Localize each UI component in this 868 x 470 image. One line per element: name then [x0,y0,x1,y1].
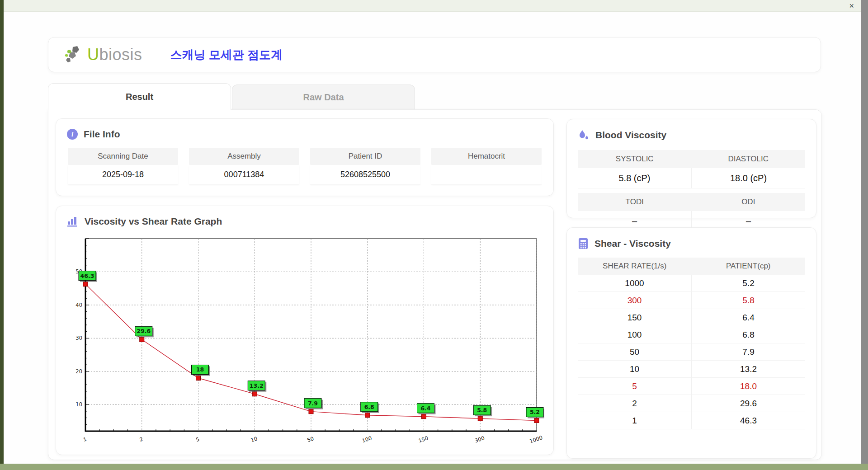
patient-cell: 6.8 [692,326,805,343]
systolic-value: 5.8 (cP) [578,168,692,188]
bv-value-row: 5.8 (cP) 18.0 (cP) [578,168,805,188]
logo-wordmark: Ubiosis [87,45,142,64]
shear-rate-cell: 150 [578,309,692,326]
systolic-label: SYSTOLIC [578,150,692,168]
field-label: Hematocrit [431,148,542,165]
diastolic-label: DIASTOLIC [692,150,806,168]
table-row: 1506.4 [578,309,805,326]
point-label: 18 [196,366,204,373]
shear-rate-cell: 100 [578,326,692,343]
chart-marker [309,409,313,414]
x-tick-label: 1 [82,436,87,443]
point-label: 5.8 [477,407,487,414]
odi-label: ODI [692,193,806,211]
patient-cell: 6.4 [692,309,805,326]
table-row: 1006.8 [578,326,805,343]
table-row: 507.9 [578,343,805,361]
y-tick-label: 10 [75,401,82,408]
chart-svg: 10203040501251050100150300100046.329.618… [67,236,544,451]
bv-header-row: TODI ODI [578,193,805,211]
table-row: 229.6 [578,395,805,412]
bv-header-row: SYSTOLIC DIASTOLIC [578,150,805,168]
field-value: 000711384 [189,165,299,184]
chart-marker [422,414,426,419]
diastolic-value: 18.0 (cP) [692,168,805,188]
chart-marker [83,282,88,287]
shear-rate-cell: 1 [578,412,692,429]
shear-viscosity-title-row: Shear - Viscosity [578,238,816,249]
x-tick-label: 100 [361,435,373,444]
point-label: 46.3 [80,273,94,279]
file-info-field: Assembly 000711384 [189,148,299,184]
shear-rate-cell: 5 [578,378,692,395]
file-info-grid: Scanning Date 2025-09-18 Assembly 000711… [68,148,542,184]
patient-cell: 7.9 [692,343,805,361]
patient-cell: 18.0 [692,378,805,395]
x-tick-label: 300 [474,435,485,444]
table-row: 10005.2 [578,275,805,292]
shear-rate-cell: 1000 [578,275,692,292]
y-tick-label: 40 [75,302,82,308]
info-icon: i [67,129,78,140]
point-label: 7.9 [308,400,318,407]
point-label: 29.6 [137,328,151,334]
table-row: 3005.8 [578,292,805,309]
x-tick-label: 50 [307,435,315,443]
ubiosis-leaf-icon [64,44,85,65]
shear-viscosity-card: Shear - Viscosity SHEAR RATE(1/s) PATIEN… [566,227,816,459]
point-label: 5.2 [530,409,540,415]
x-tick-label: 5 [195,436,200,443]
chart-marker [140,337,144,342]
y-tick-label: 20 [75,368,82,375]
chart-marker [252,392,257,396]
blood-viscosity-table: SYSTOLIC DIASTOLIC 5.8 (cP) 18.0 (cP) TO… [578,150,805,231]
patient-cell: 46.3 [692,412,805,429]
field-value [431,165,542,184]
patient-cell: 29.6 [692,395,805,412]
file-info-card: i File Info Scanning Date 2025-09-18 Ass… [56,118,554,196]
blood-viscosity-card: Blood Viscosity SYSTOLIC DIASTOLIC 5.8 (… [566,119,816,218]
chart-marker [365,413,370,418]
viscosity-graph-card: Viscosity vs Shear Rate Graph 1020304050… [56,206,554,455]
table-row: 1013.2 [578,361,805,378]
page-title: 스캐닝 모세관 점도계 [170,47,283,63]
tab-raw-data[interactable]: Raw Data [232,85,415,110]
todi-label: TODI [578,193,692,211]
blood-viscosity-title-row: Blood Viscosity [578,129,816,141]
tab-result[interactable]: Result [48,83,231,110]
graph-title: Viscosity vs Shear Rate Graph [85,216,222,227]
point-label: 6.8 [364,404,374,410]
viscosity-chart: 10203040501251050100150300100046.329.618… [67,236,544,451]
field-value: 2025-09-18 [68,165,178,184]
file-info-field: Scanning Date 2025-09-18 [68,148,178,184]
calculator-icon [578,238,589,249]
field-value: 52608525500 [310,165,420,184]
file-info-title: File Info [84,129,120,140]
x-tick-label: 150 [418,435,429,444]
shear-viscosity-title: Shear - Viscosity [594,238,671,249]
shear-viscosity-table: SHEAR RATE(1/s) PATIENT(cp) 10005.2 3005… [578,258,805,429]
window-right-edge [861,0,868,464]
close-icon[interactable]: × [849,1,854,11]
patient-cell: 5.8 [692,292,805,309]
sv-header-row: SHEAR RATE(1/s) PATIENT(cp) [578,258,805,275]
chart-marker [534,418,539,423]
patient-cell: 13.2 [692,361,805,378]
shear-rate-cell: 300 [578,292,692,309]
x-tick-label: 10 [250,435,258,443]
blood-viscosity-title: Blood Viscosity [595,130,666,141]
window-titlebar: × [4,0,861,12]
y-tick-label: 30 [75,335,82,341]
point-label: 13.2 [250,382,264,389]
field-label: Patient ID [310,148,420,165]
x-tick-label: 1000 [529,434,543,444]
patient-cell: 5.2 [692,275,805,292]
app-header: Ubiosis 스캐닝 모세관 점도계 [48,37,821,72]
chart-marker [196,376,201,380]
table-row: 146.3 [578,412,805,429]
shear-rate-cell: 50 [578,343,692,361]
chart-marker [478,416,482,421]
graph-title-row: Viscosity vs Shear Rate Graph [67,216,553,227]
shear-rate-column-header: SHEAR RATE(1/s) [578,258,692,275]
ubiosis-logo: Ubiosis [64,44,142,65]
